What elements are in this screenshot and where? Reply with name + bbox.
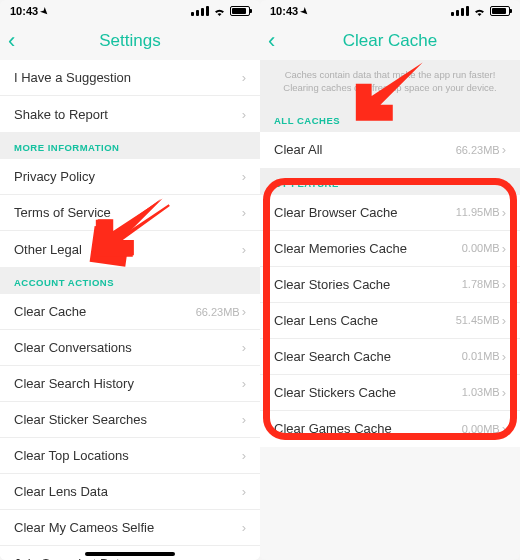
row-clear-my-cameos-selfie[interactable]: Clear My Cameos Selfie ›	[0, 510, 260, 546]
row-detail: 0.00MB	[462, 242, 500, 254]
row-clear-lens-cache[interactable]: Clear Lens Cache 51.45MB›	[260, 303, 520, 339]
row-clear-browser-cache[interactable]: Clear Browser Cache 11.95MB›	[260, 195, 520, 231]
row-label: Clear Sticker Searches	[14, 412, 147, 427]
chevron-right-icon: ›	[242, 70, 246, 85]
row-shake-to-report[interactable]: Shake to Report ›	[0, 96, 260, 132]
chevron-right-icon: ›	[242, 520, 246, 535]
row-label: Other Legal	[14, 242, 82, 257]
chevron-right-icon: ›	[242, 304, 246, 319]
row-clear-memories-cache[interactable]: Clear Memories Cache 0.00MB›	[260, 231, 520, 267]
status-time: 10:43	[10, 5, 38, 17]
row-detail: 11.95MB	[456, 206, 500, 218]
list-top: I Have a Suggestion › Shake to Report ›	[0, 60, 260, 132]
chevron-right-icon: ›	[242, 340, 246, 355]
wifi-icon	[213, 7, 226, 16]
row-clear-sticker-searches[interactable]: Clear Sticker Searches ›	[0, 402, 260, 438]
row-terms-of-service[interactable]: Terms of Service ›	[0, 195, 260, 231]
section-account-actions: ACCOUNT ACTIONS	[0, 267, 260, 294]
chevron-right-icon: ›	[502, 385, 506, 400]
clear-cache-screen: 10:43 ➤ ‹ Clear Cache Caches contain dat…	[260, 0, 520, 560]
row-label: Clear Games Cache	[274, 421, 392, 436]
row-privacy-policy[interactable]: Privacy Policy ›	[0, 159, 260, 195]
chevron-right-icon: ›	[502, 349, 506, 364]
battery-icon	[230, 6, 250, 16]
chevron-right-icon: ›	[502, 421, 506, 436]
section-by-feature: BY FEATURE	[260, 168, 520, 195]
home-indicator[interactable]	[85, 552, 175, 556]
status-bar: 10:43 ➤	[0, 0, 260, 22]
back-button[interactable]: ‹	[268, 28, 275, 54]
page-title: Clear Cache	[343, 31, 438, 51]
row-label: Clear My Cameos Selfie	[14, 520, 154, 535]
row-detail: 51.45MB	[456, 314, 500, 326]
signal-icon	[451, 6, 469, 16]
status-time: 10:43	[270, 5, 298, 17]
signal-icon	[191, 6, 209, 16]
row-clear-top-locations[interactable]: Clear Top Locations ›	[0, 438, 260, 474]
wifi-icon	[473, 7, 486, 16]
settings-screen: 10:43 ➤ ‹ Settings I Have a Suggestion ›…	[0, 0, 260, 560]
row-other-legal[interactable]: Other Legal ›	[0, 231, 260, 267]
list-account-actions: Clear Cache 66.23MB › Clear Conversation…	[0, 294, 260, 560]
section-all-caches: ALL CACHES	[260, 105, 520, 132]
chevron-right-icon: ›	[502, 142, 506, 157]
row-label: Privacy Policy	[14, 169, 95, 184]
row-clear-cache[interactable]: Clear Cache 66.23MB ›	[0, 294, 260, 330]
row-clear-stickers-cache[interactable]: Clear Stickers Cache 1.03MB›	[260, 375, 520, 411]
chevron-right-icon: ›	[242, 448, 246, 463]
row-label: Clear Top Locations	[14, 448, 129, 463]
chevron-right-icon: ›	[502, 277, 506, 292]
chevron-right-icon: ›	[242, 242, 246, 257]
row-label: Join Snapchat Beta	[14, 556, 127, 560]
row-label: Clear Lens Cache	[274, 313, 378, 328]
chevron-right-icon: ›	[502, 205, 506, 220]
row-clear-conversations[interactable]: Clear Conversations ›	[0, 330, 260, 366]
nav-header: ‹ Clear Cache	[260, 22, 520, 60]
battery-icon	[490, 6, 510, 16]
chevron-right-icon: ›	[502, 241, 506, 256]
row-label: Clear Stories Cache	[274, 277, 390, 292]
row-label: Clear Conversations	[14, 340, 132, 355]
chevron-right-icon: ›	[242, 556, 246, 560]
location-icon: ➤	[299, 5, 311, 17]
row-label: Clear Lens Data	[14, 484, 108, 499]
row-detail: 1.78MB	[462, 278, 500, 290]
row-suggestion[interactable]: I Have a Suggestion ›	[0, 60, 260, 96]
list-more-info: Privacy Policy › Terms of Service › Othe…	[0, 159, 260, 267]
chevron-right-icon: ›	[242, 376, 246, 391]
row-clear-lens-data[interactable]: Clear Lens Data ›	[0, 474, 260, 510]
chevron-right-icon: ›	[242, 205, 246, 220]
chevron-right-icon: ›	[242, 412, 246, 427]
row-label: Terms of Service	[14, 205, 111, 220]
chevron-right-icon: ›	[502, 313, 506, 328]
page-title: Settings	[99, 31, 160, 51]
row-clear-search-history[interactable]: Clear Search History ›	[0, 366, 260, 402]
chevron-right-icon: ›	[242, 484, 246, 499]
row-clear-search-cache[interactable]: Clear Search Cache 0.01MB›	[260, 339, 520, 375]
list-by-feature: Clear Browser Cache 11.95MB› Clear Memor…	[260, 195, 520, 447]
back-button[interactable]: ‹	[8, 28, 15, 54]
row-detail: 0.01MB	[462, 350, 500, 362]
info-banner: Caches contain data that make the app ru…	[260, 60, 520, 105]
row-detail: 1.03MB	[462, 386, 500, 398]
row-clear-games-cache[interactable]: Clear Games Cache 0.00MB›	[260, 411, 520, 447]
section-more-info: MORE INFORMATION	[0, 132, 260, 159]
row-detail: 66.23MB	[456, 144, 500, 156]
nav-header: ‹ Settings	[0, 22, 260, 60]
row-detail: 66.23MB	[196, 306, 240, 318]
row-label: Clear Stickers Cache	[274, 385, 396, 400]
row-clear-stories-cache[interactable]: Clear Stories Cache 1.78MB›	[260, 267, 520, 303]
row-label: I Have a Suggestion	[14, 70, 131, 85]
chevron-right-icon: ›	[242, 169, 246, 184]
row-detail: 0.00MB	[462, 423, 500, 435]
row-label: Clear Browser Cache	[274, 205, 398, 220]
row-label: Clear Search History	[14, 376, 134, 391]
row-label: Clear Cache	[14, 304, 86, 319]
row-label: Clear Search Cache	[274, 349, 391, 364]
row-label: Clear Memories Cache	[274, 241, 407, 256]
row-clear-all[interactable]: Clear All 66.23MB ›	[260, 132, 520, 168]
row-label: Shake to Report	[14, 107, 108, 122]
status-bar: 10:43 ➤	[260, 0, 520, 22]
location-icon: ➤	[39, 5, 51, 17]
row-label: Clear All	[274, 142, 322, 157]
